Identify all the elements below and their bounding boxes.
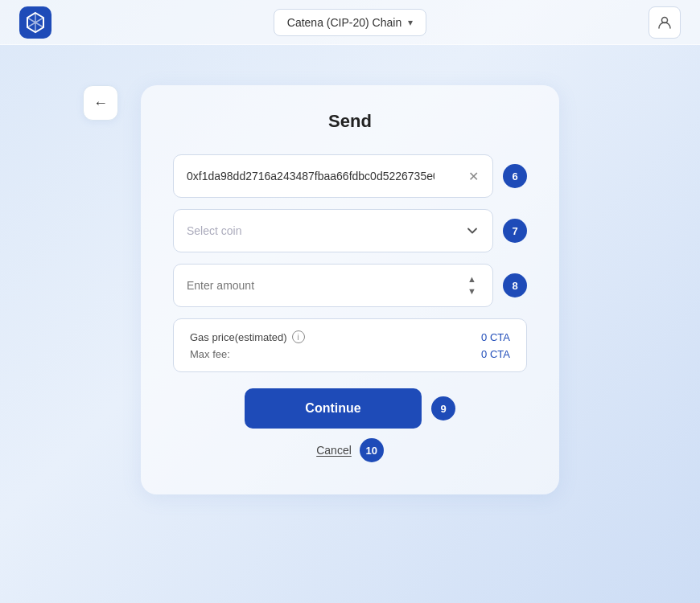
amount-input[interactable] xyxy=(187,279,464,292)
back-arrow-icon: ← xyxy=(93,95,108,112)
amount-increment-button[interactable]: ▲ xyxy=(464,274,480,285)
amount-input-wrap[interactable]: ▲ ▼ xyxy=(173,264,493,307)
gas-price-box: Gas price(estimated) i 0 CTA Max fee: 0 … xyxy=(173,318,527,372)
step-badge-10: 10 xyxy=(360,438,384,462)
maxfee-value: 0 CTA xyxy=(481,348,510,360)
user-icon-button[interactable] xyxy=(649,6,681,39)
cancel-button[interactable]: Cancel xyxy=(316,444,352,457)
logo xyxy=(19,6,51,39)
chain-dropdown-icon: ▾ xyxy=(408,17,413,28)
coin-select-placeholder: Select coin xyxy=(187,224,241,237)
gas-price-label: Gas price(estimated) i xyxy=(190,330,305,343)
gas-price-row: Gas price(estimated) i 0 CTA xyxy=(190,330,510,343)
maxfee-row: Max fee: 0 CTA xyxy=(190,348,510,360)
chain-selector-label: Catena (CIP-20) Chain xyxy=(287,16,401,29)
chain-selector[interactable]: Catena (CIP-20) Chain ▾ xyxy=(274,9,426,36)
gas-info-icon[interactable]: i xyxy=(292,330,305,343)
gas-price-value: 0 CTA xyxy=(481,331,510,343)
send-card: Send ✕ 6 Select coin 7 xyxy=(141,85,559,494)
user-icon xyxy=(657,14,673,31)
step-badge-7: 7 xyxy=(503,219,527,243)
main-content: ← Send ✕ 6 Select coin 7 xyxy=(0,45,700,494)
coin-select[interactable]: Select coin xyxy=(173,209,493,252)
page-title: Send xyxy=(173,111,527,132)
address-field-row: ✕ 6 xyxy=(173,154,527,198)
amount-spinners: ▲ ▼ xyxy=(464,274,480,297)
logo-icon xyxy=(19,6,51,39)
step-badge-6: 6 xyxy=(503,164,527,188)
back-button[interactable]: ← xyxy=(83,85,118,121)
amount-field-row: ▲ ▼ 8 xyxy=(173,264,527,307)
navbar: Catena (CIP-20) Chain ▾ xyxy=(0,0,700,45)
coin-select-row: Select coin 7 xyxy=(173,209,527,252)
address-input-wrap[interactable]: ✕ xyxy=(173,154,493,198)
address-input[interactable] xyxy=(187,170,457,183)
continue-button[interactable]: Continue xyxy=(245,388,422,429)
coin-select-chevron-icon xyxy=(465,224,480,238)
maxfee-label: Max fee: xyxy=(190,348,230,360)
amount-decrement-button[interactable]: ▼ xyxy=(464,286,480,297)
step-badge-9: 9 xyxy=(431,396,455,420)
step-badge-8: 8 xyxy=(503,273,527,297)
clear-address-icon[interactable]: ✕ xyxy=(465,168,481,184)
